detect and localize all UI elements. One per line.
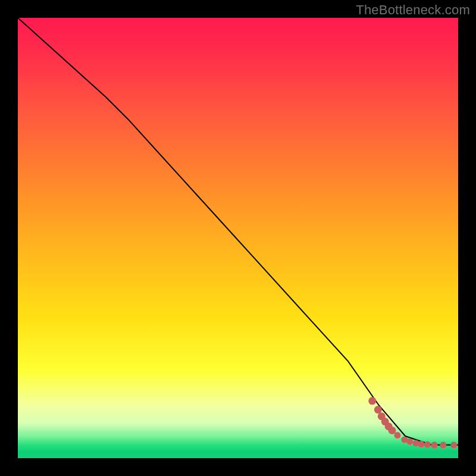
sample-dot — [440, 441, 446, 448]
plot-area — [18, 18, 458, 458]
sample-dot — [431, 441, 438, 448]
sample-dot — [418, 441, 424, 447]
bottleneck-curve — [18, 18, 458, 445]
sample-dot — [374, 406, 382, 414]
attribution-text: TheBottleneck.com — [356, 2, 470, 18]
chart-stage: TheBottleneck.com — [0, 0, 476, 476]
sample-dot — [406, 438, 413, 444]
sample-dot — [389, 427, 396, 434]
sample-dot — [424, 441, 431, 448]
sample-dot — [368, 397, 376, 405]
sample-dot — [450, 441, 457, 448]
sample-dots — [368, 397, 457, 448]
sample-dot — [394, 432, 400, 439]
chart-overlay-svg — [18, 18, 458, 458]
